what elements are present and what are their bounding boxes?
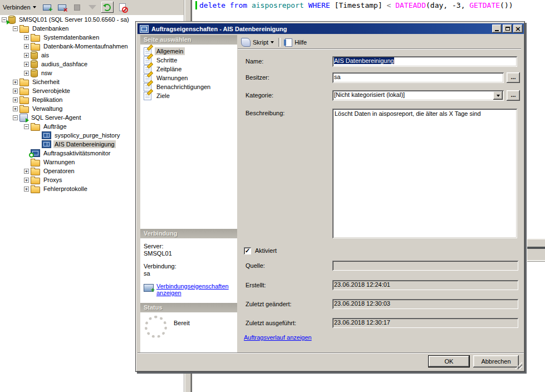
name-input[interactable]: AIS Datenbereinigung bbox=[332, 56, 517, 67]
collapse-icon[interactable]: − bbox=[2, 17, 7, 22]
page-select-header: Seite auswählen bbox=[140, 35, 237, 45]
dialog-titlebar[interactable]: Auftragseigenschaften - AIS Datenbereini… bbox=[138, 23, 524, 34]
expand-icon[interactable]: + bbox=[24, 62, 29, 67]
sidebar-page-label: Warnungen bbox=[155, 74, 189, 82]
close-button[interactable]: × bbox=[513, 24, 523, 33]
name-value: AIS Datenbereinigung bbox=[334, 57, 394, 64]
connection-properties-link[interactable]: Verbindungseigenschaften anzeigen bbox=[156, 283, 237, 296]
description-textarea[interactable]: Löscht Daten in aisposreport, die älter … bbox=[332, 109, 517, 238]
tree-item-label: Systemdatenbanken bbox=[42, 33, 100, 41]
connection-value: sa bbox=[144, 270, 237, 277]
sidebar-page-item[interactable]: Zeitpläne bbox=[140, 65, 237, 74]
folder-icon bbox=[31, 178, 40, 184]
close-icon: × bbox=[515, 26, 521, 32]
change-tracking-bar bbox=[195, 1, 197, 9]
collapse-icon[interactable]: − bbox=[24, 124, 29, 129]
refresh-icon[interactable] bbox=[101, 2, 114, 13]
expand-icon[interactable]: + bbox=[24, 187, 29, 192]
folder-icon bbox=[31, 160, 40, 166]
splitter-band bbox=[527, 239, 545, 247]
tree-item-label: syspolicy_purge_history bbox=[53, 131, 121, 139]
connect-icon[interactable] bbox=[41, 2, 53, 13]
sql-token: ()) bbox=[500, 1, 513, 9]
sql-token: DATEADD bbox=[395, 1, 426, 9]
tree-item-label: SQL Server-Agent bbox=[30, 114, 82, 121]
maximize-icon bbox=[505, 27, 510, 31]
expand-icon[interactable]: + bbox=[24, 53, 29, 58]
server-connection-icon bbox=[144, 284, 154, 292]
background-splitter[interactable] bbox=[527, 0, 545, 392]
sidebar-page-item[interactable]: Allgemein bbox=[140, 47, 237, 56]
maximize-button[interactable] bbox=[503, 24, 512, 33]
filter-icon[interactable] bbox=[86, 2, 99, 13]
expand-icon[interactable]: + bbox=[24, 71, 29, 76]
minimize-icon bbox=[495, 30, 499, 31]
agent-icon bbox=[19, 114, 28, 122]
folder-icon bbox=[31, 35, 40, 42]
executed-input: 23.06.2018 12:30:17 bbox=[332, 318, 518, 328]
expand-icon[interactable]: + bbox=[24, 35, 29, 40]
minimize-button[interactable] bbox=[492, 24, 502, 33]
job-icon bbox=[42, 140, 51, 148]
tree-item-label: AIS Datenbereinigung bbox=[53, 140, 116, 148]
category-select[interactable]: [Nicht kategorisiert (lokal)] bbox=[332, 90, 504, 101]
tree-item-label: Warnungen bbox=[42, 158, 76, 166]
collapse-icon[interactable]: − bbox=[13, 26, 18, 31]
status-panel: Bereit bbox=[140, 312, 237, 352]
sidebar-page-item[interactable]: Ziele bbox=[140, 91, 237, 100]
owner-browse-button[interactable]: ... bbox=[507, 72, 520, 83]
footer-divider bbox=[138, 352, 524, 354]
cancel-button[interactable]: Abbrechen bbox=[473, 355, 519, 367]
created-label: Erstellt: bbox=[246, 282, 266, 288]
expand-icon[interactable]: + bbox=[24, 169, 29, 174]
server-value: SMSQL01 bbox=[144, 250, 237, 257]
category-value: [Nicht kategorisiert (lokal)] bbox=[334, 91, 405, 98]
job-properties-dialog: Auftragseigenschaften - AIS Datenbereini… bbox=[135, 21, 525, 372]
expand-icon[interactable]: + bbox=[24, 44, 29, 49]
progress-spinner-icon bbox=[145, 316, 167, 338]
tree-item-label: Aufträge bbox=[42, 122, 68, 130]
tree-item-label: nsw bbox=[40, 69, 53, 77]
folder-icon bbox=[31, 124, 40, 131]
sidebar-page-label: Ziele bbox=[155, 92, 171, 100]
owner-input[interactable]: sa bbox=[332, 72, 504, 83]
tree-item-label: Datenbank-Momentaufnahmen bbox=[42, 42, 129, 50]
server-label: Server: bbox=[144, 243, 237, 250]
folder-icon bbox=[19, 80, 29, 86]
sql-token: GETDATE bbox=[469, 1, 500, 9]
folder-icon bbox=[31, 169, 40, 175]
job-history-link[interactable]: Auftragsverlauf anzeigen bbox=[244, 334, 312, 341]
enabled-checkbox[interactable] bbox=[244, 247, 251, 254]
collapse-icon[interactable]: − bbox=[13, 115, 18, 120]
dialog-title: Auftragseigenschaften - AIS Datenbereini… bbox=[150, 26, 491, 32]
owner-label: Besitzer: bbox=[246, 74, 269, 81]
connection-panel: Server: SMSQL01 Verbindung: sa Verbindun… bbox=[140, 238, 237, 303]
tree-item-label: Datenbanken bbox=[31, 24, 70, 32]
script-icon bbox=[241, 38, 251, 47]
ok-button[interactable]: OK bbox=[428, 355, 470, 367]
script-error-icon[interactable] bbox=[116, 2, 129, 13]
expand-icon[interactable]: + bbox=[13, 89, 18, 94]
sidebar-page-item[interactable]: Warnungen bbox=[140, 74, 237, 82]
expand-icon[interactable]: + bbox=[13, 97, 18, 102]
connect-dropdown-button[interactable]: Verbinden bbox=[0, 3, 39, 12]
disconnect-icon[interactable] bbox=[56, 2, 68, 13]
stop-icon[interactable] bbox=[71, 2, 84, 13]
sidebar-page-item[interactable]: Schritte bbox=[140, 56, 237, 65]
expand-icon[interactable]: + bbox=[24, 178, 29, 183]
tree-item-label: ais bbox=[40, 51, 50, 59]
chevron-down-icon bbox=[271, 41, 274, 43]
expand-icon[interactable]: + bbox=[13, 80, 18, 85]
sidebar-page-label: Allgemein bbox=[155, 47, 185, 55]
connect-dropdown-label: Verbinden bbox=[3, 4, 31, 11]
combo-arrow-icon[interactable] bbox=[493, 91, 503, 100]
sql-token: aisposreport bbox=[252, 1, 308, 9]
sidebar-page-item[interactable]: Benachrichtigungen bbox=[140, 82, 237, 91]
monitor-icon bbox=[31, 149, 40, 157]
db-icon bbox=[31, 60, 38, 68]
expand-icon[interactable]: + bbox=[13, 106, 18, 111]
script-button[interactable]: Skript bbox=[239, 37, 276, 48]
dialog-toolbar: Skript Hilfe bbox=[239, 36, 309, 48]
help-button[interactable]: Hilfe bbox=[283, 37, 309, 48]
category-browse-button[interactable]: ... bbox=[507, 90, 520, 101]
